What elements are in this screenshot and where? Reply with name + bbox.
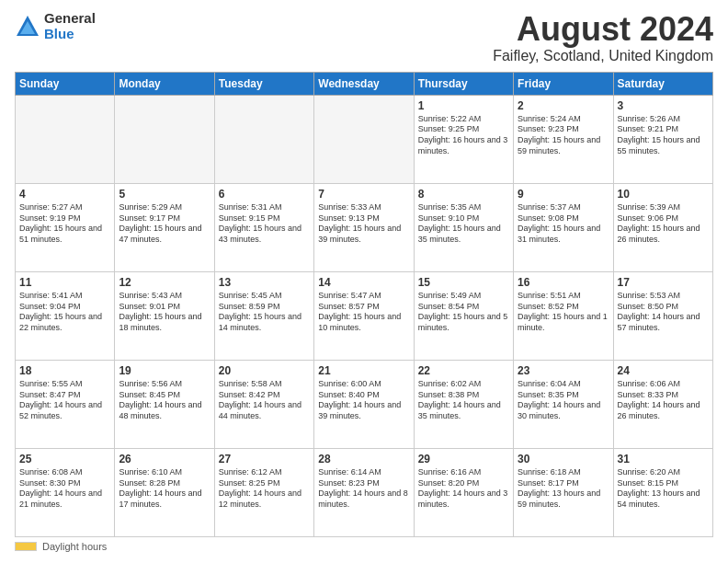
day-number: 1 bbox=[418, 98, 509, 113]
logo-text: General Blue bbox=[44, 11, 96, 41]
table-row: 23Sunrise: 6:04 AM Sunset: 8:35 PM Dayli… bbox=[514, 360, 613, 448]
table-row: 9Sunrise: 5:37 AM Sunset: 9:08 PM Daylig… bbox=[514, 183, 613, 271]
table-row: 30Sunrise: 6:18 AM Sunset: 8:17 PM Dayli… bbox=[514, 448, 613, 536]
calendar: Sunday Monday Tuesday Wednesday Thursday… bbox=[15, 72, 713, 537]
table-row: 3Sunrise: 5:26 AM Sunset: 9:21 PM Daylig… bbox=[613, 95, 712, 183]
day-number: 18 bbox=[19, 363, 110, 378]
table-row bbox=[115, 95, 214, 183]
main-title: August 2024 bbox=[493, 11, 713, 48]
page: General Blue August 2024 Faifley, Scotla… bbox=[0, 0, 728, 563]
day-info: Sunrise: 6:08 AM Sunset: 8:30 PM Dayligh… bbox=[19, 467, 110, 511]
col-saturday: Saturday bbox=[613, 72, 712, 95]
table-row: 15Sunrise: 5:49 AM Sunset: 8:54 PM Dayli… bbox=[414, 271, 513, 360]
table-row: 25Sunrise: 6:08 AM Sunset: 8:30 PM Dayli… bbox=[16, 448, 115, 536]
day-info: Sunrise: 5:49 AM Sunset: 8:54 PM Dayligh… bbox=[418, 291, 509, 334]
day-info: Sunrise: 5:43 AM Sunset: 9:01 PM Dayligh… bbox=[119, 291, 210, 334]
day-info: Sunrise: 6:18 AM Sunset: 8:17 PM Dayligh… bbox=[518, 467, 609, 511]
day-number: 8 bbox=[418, 187, 509, 201]
table-row: 1Sunrise: 5:22 AM Sunset: 9:25 PM Daylig… bbox=[414, 95, 513, 183]
table-row: 17Sunrise: 5:53 AM Sunset: 8:50 PM Dayli… bbox=[613, 271, 712, 360]
table-row: 12Sunrise: 5:43 AM Sunset: 9:01 PM Dayli… bbox=[115, 271, 214, 360]
table-row bbox=[16, 95, 115, 183]
table-row: 8Sunrise: 5:35 AM Sunset: 9:10 PM Daylig… bbox=[414, 183, 513, 271]
day-number: 21 bbox=[318, 363, 409, 378]
table-row: 14Sunrise: 5:47 AM Sunset: 8:57 PM Dayli… bbox=[314, 271, 414, 360]
day-number: 10 bbox=[618, 187, 709, 201]
day-info: Sunrise: 6:14 AM Sunset: 8:23 PM Dayligh… bbox=[318, 467, 409, 511]
calendar-body: 1Sunrise: 5:22 AM Sunset: 9:25 PM Daylig… bbox=[16, 95, 713, 536]
col-monday: Monday bbox=[115, 72, 214, 95]
table-row: 22Sunrise: 6:02 AM Sunset: 8:38 PM Dayli… bbox=[414, 360, 513, 448]
table-row: 7Sunrise: 5:33 AM Sunset: 9:13 PM Daylig… bbox=[314, 183, 414, 271]
table-row: 19Sunrise: 5:56 AM Sunset: 8:45 PM Dayli… bbox=[115, 360, 214, 448]
footer-legend: Daylight hours bbox=[15, 541, 107, 552]
day-info: Sunrise: 5:53 AM Sunset: 8:50 PM Dayligh… bbox=[618, 291, 709, 334]
day-info: Sunrise: 6:16 AM Sunset: 8:20 PM Dayligh… bbox=[418, 467, 509, 511]
day-number: 6 bbox=[219, 187, 310, 201]
day-info: Sunrise: 5:41 AM Sunset: 9:04 PM Dayligh… bbox=[19, 291, 110, 334]
calendar-header: Sunday Monday Tuesday Wednesday Thursday… bbox=[16, 72, 713, 95]
day-number: 27 bbox=[219, 452, 310, 466]
day-number: 23 bbox=[518, 363, 609, 378]
day-info: Sunrise: 6:10 AM Sunset: 8:28 PM Dayligh… bbox=[119, 467, 210, 511]
day-info: Sunrise: 6:12 AM Sunset: 8:25 PM Dayligh… bbox=[219, 467, 310, 511]
day-info: Sunrise: 5:39 AM Sunset: 9:06 PM Dayligh… bbox=[618, 202, 709, 246]
day-number: 11 bbox=[19, 275, 110, 290]
day-info: Sunrise: 6:04 AM Sunset: 8:35 PM Dayligh… bbox=[518, 379, 609, 422]
footer: Daylight hours bbox=[15, 541, 713, 552]
day-number: 28 bbox=[318, 452, 409, 466]
table-row: 10Sunrise: 5:39 AM Sunset: 9:06 PM Dayli… bbox=[613, 183, 712, 271]
day-info: Sunrise: 5:35 AM Sunset: 9:10 PM Dayligh… bbox=[418, 202, 509, 246]
logo-blue: Blue bbox=[44, 27, 96, 42]
table-row: 16Sunrise: 5:51 AM Sunset: 8:52 PM Dayli… bbox=[514, 271, 613, 360]
logo-icon bbox=[15, 14, 40, 40]
col-thursday: Thursday bbox=[414, 72, 513, 95]
day-info: Sunrise: 5:58 AM Sunset: 8:42 PM Dayligh… bbox=[219, 379, 310, 422]
table-row: 26Sunrise: 6:10 AM Sunset: 8:28 PM Dayli… bbox=[115, 448, 214, 536]
day-info: Sunrise: 5:51 AM Sunset: 8:52 PM Dayligh… bbox=[518, 291, 609, 334]
table-row bbox=[214, 95, 313, 183]
day-number: 7 bbox=[318, 187, 409, 201]
day-number: 2 bbox=[518, 98, 609, 113]
calendar-week-2: 11Sunrise: 5:41 AM Sunset: 9:04 PM Dayli… bbox=[16, 271, 713, 360]
day-number: 13 bbox=[219, 275, 310, 290]
day-info: Sunrise: 5:37 AM Sunset: 9:08 PM Dayligh… bbox=[518, 202, 609, 246]
day-number: 16 bbox=[518, 275, 609, 290]
day-info: Sunrise: 6:06 AM Sunset: 8:33 PM Dayligh… bbox=[618, 379, 709, 422]
table-row: 5Sunrise: 5:29 AM Sunset: 9:17 PM Daylig… bbox=[115, 183, 214, 271]
calendar-week-4: 25Sunrise: 6:08 AM Sunset: 8:30 PM Dayli… bbox=[16, 448, 713, 536]
calendar-week-0: 1Sunrise: 5:22 AM Sunset: 9:25 PM Daylig… bbox=[16, 95, 713, 183]
day-info: Sunrise: 5:47 AM Sunset: 8:57 PM Dayligh… bbox=[318, 291, 409, 334]
table-row: 21Sunrise: 6:00 AM Sunset: 8:40 PM Dayli… bbox=[314, 360, 414, 448]
day-info: Sunrise: 5:22 AM Sunset: 9:25 PM Dayligh… bbox=[418, 114, 509, 157]
legend-color-box bbox=[15, 542, 37, 551]
table-row: 28Sunrise: 6:14 AM Sunset: 8:23 PM Dayli… bbox=[314, 448, 414, 536]
col-wednesday: Wednesday bbox=[314, 72, 414, 95]
table-row: 24Sunrise: 6:06 AM Sunset: 8:33 PM Dayli… bbox=[613, 360, 712, 448]
day-info: Sunrise: 5:24 AM Sunset: 9:23 PM Dayligh… bbox=[518, 114, 609, 157]
subtitle: Faifley, Scotland, United Kingdom bbox=[493, 48, 713, 64]
day-number: 24 bbox=[618, 363, 709, 378]
table-row: 31Sunrise: 6:20 AM Sunset: 8:15 PM Dayli… bbox=[613, 448, 712, 536]
table-row: 13Sunrise: 5:45 AM Sunset: 8:59 PM Dayli… bbox=[214, 271, 313, 360]
day-info: Sunrise: 5:33 AM Sunset: 9:13 PM Dayligh… bbox=[318, 202, 409, 246]
day-number: 25 bbox=[19, 452, 110, 466]
day-number: 31 bbox=[618, 452, 709, 466]
day-number: 5 bbox=[119, 187, 210, 201]
logo-general: General bbox=[44, 11, 96, 27]
day-number: 29 bbox=[418, 452, 509, 466]
day-info: Sunrise: 5:56 AM Sunset: 8:45 PM Dayligh… bbox=[119, 379, 210, 422]
day-number: 17 bbox=[618, 275, 709, 290]
day-info: Sunrise: 5:55 AM Sunset: 8:47 PM Dayligh… bbox=[19, 379, 110, 422]
legend-label: Daylight hours bbox=[42, 541, 107, 552]
day-info: Sunrise: 6:02 AM Sunset: 8:38 PM Dayligh… bbox=[418, 379, 509, 422]
day-number: 4 bbox=[19, 187, 110, 201]
day-number: 14 bbox=[318, 275, 409, 290]
calendar-week-1: 4Sunrise: 5:27 AM Sunset: 9:19 PM Daylig… bbox=[16, 183, 713, 271]
day-number: 26 bbox=[119, 452, 210, 466]
col-tuesday: Tuesday bbox=[214, 72, 313, 95]
table-row: 4Sunrise: 5:27 AM Sunset: 9:19 PM Daylig… bbox=[16, 183, 115, 271]
day-info: Sunrise: 5:27 AM Sunset: 9:19 PM Dayligh… bbox=[19, 202, 110, 246]
table-row: 11Sunrise: 5:41 AM Sunset: 9:04 PM Dayli… bbox=[16, 271, 115, 360]
day-number: 9 bbox=[518, 187, 609, 201]
